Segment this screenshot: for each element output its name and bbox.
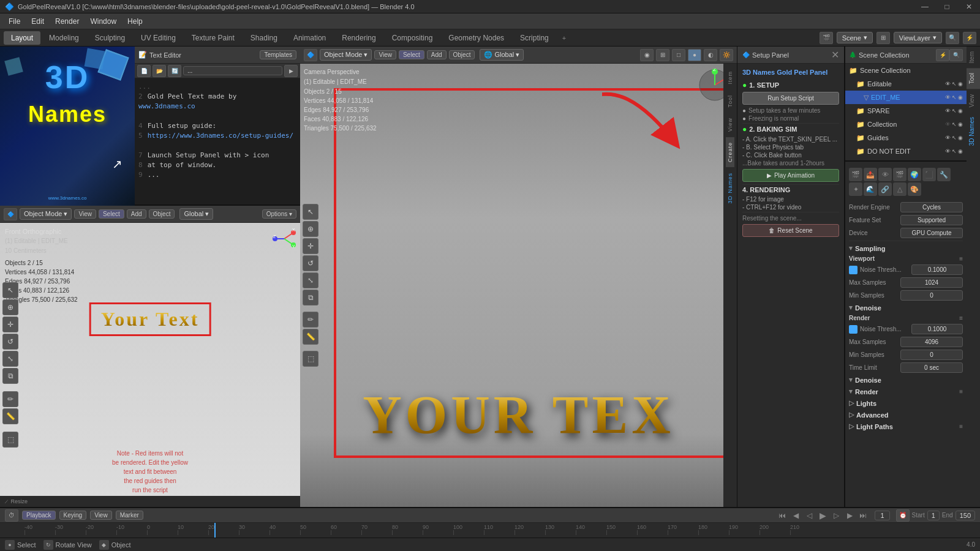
menu-render[interactable]: Render (50, 16, 84, 27)
menu-edit[interactable]: Edit (26, 16, 49, 27)
vp-select-tool[interactable]: ↖ (303, 204, 318, 220)
render-engine-value[interactable]: Cycles (900, 202, 963, 212)
templates-button[interactable]: Templates (260, 50, 296, 59)
guides-cursor-btn[interactable]: ↖ (952, 132, 957, 143)
do-not-edit-render-btn[interactable]: ◉ (958, 146, 963, 157)
vp-move-tool[interactable]: ✛ (303, 238, 318, 254)
props-tab-physics[interactable]: 🌊 (864, 182, 877, 196)
script-run-btn[interactable]: ▶ (284, 65, 298, 77)
tab-item[interactable]: Item (726, 66, 734, 89)
edit-me-cursor-btn[interactable]: ↖ (952, 92, 957, 103)
outer-tab-view-r[interactable]: View (967, 89, 980, 113)
cursor-tool-btn[interactable]: ⊕ (2, 299, 18, 315)
script-reload-btn[interactable]: 🔄 (168, 65, 181, 77)
viewport-gizmo-btn[interactable]: ⊞ (656, 49, 669, 61)
light-paths-menu-btn[interactable]: ≡ (959, 423, 963, 430)
render-noise-thresh-checkbox[interactable] (849, 325, 858, 334)
tab-scripting[interactable]: Scripting (513, 31, 556, 45)
left-transform-dropdown[interactable]: Global ▾ (179, 208, 213, 220)
scene-dropdown[interactable]: Scene ▾ (837, 32, 873, 43)
script-open-btn[interactable]: 📂 (153, 65, 166, 77)
frame-start-input[interactable]: 1 (927, 511, 940, 520)
viewport-sampling-menu-btn[interactable]: ≡ (959, 255, 963, 262)
reset-scene-btn[interactable]: 🗑 Reset Scene (742, 224, 839, 237)
viewport-select-btn[interactable]: Select (399, 50, 424, 59)
outliner-search-btn[interactable]: 🔍 (949, 49, 963, 61)
do-not-edit-eye-btn[interactable]: 👁 (945, 146, 951, 157)
collection-eye-btn[interactable]: 👁 (945, 119, 951, 130)
outliner-item-scene-collection[interactable]: 📁 Scene Collection (845, 64, 967, 77)
render-section-menu-btn[interactable]: ≡ (959, 388, 963, 395)
editable-eye-btn[interactable]: 👁 (945, 78, 951, 89)
annotate-btn[interactable]: ✏ (2, 391, 18, 407)
viewport-shading-solid[interactable]: ● (688, 49, 701, 61)
props-tab-render[interactable]: 🎬 (849, 168, 862, 181)
editable-cursor-btn[interactable]: ↖ (952, 78, 957, 89)
vp-measure-btn[interactable]: 📏 (303, 329, 318, 345)
viewport-shading-material[interactable]: ◐ (704, 49, 717, 61)
add-workspace-button[interactable]: + (557, 32, 571, 44)
minimize-button[interactable]: — (914, 0, 936, 13)
search-icon-top[interactable]: 🔍 (946, 32, 959, 44)
add-cube-btn[interactable]: ⬚ (2, 432, 18, 448)
props-tab-output[interactable]: 📤 (864, 168, 877, 181)
tab-view[interactable]: View (726, 113, 734, 137)
outliner-item-collection[interactable]: 📁 Collection 👁 ↖ ◉ (845, 118, 967, 131)
outer-tab-item[interactable]: Item (967, 47, 980, 68)
time-limit-value[interactable]: 0 sec (900, 362, 963, 373)
current-frame-input[interactable]: 1 (875, 511, 889, 520)
vp-cursor-tool[interactable]: ⊕ (303, 221, 318, 237)
tab-tool[interactable]: Tool (726, 90, 734, 113)
props-tab-scene[interactable]: 🎬 (893, 168, 907, 181)
tl-jump-end-btn[interactable]: ⏭ (858, 510, 869, 521)
viewlayer-icon[interactable]: ⊞ (876, 32, 890, 44)
vp-scale-tool[interactable]: ⤡ (303, 272, 318, 288)
tab-sculpting[interactable]: Sculpting (88, 31, 132, 45)
denoise-render-section[interactable]: ▾ Denoise (849, 374, 963, 386)
setup-panel-close-btn[interactable]: ✕ (831, 49, 839, 61)
outliner-item-edit-me[interactable]: ▽ EDIT_ME 👁 ↖ ◉ (845, 91, 967, 104)
tab-shading[interactable]: Shading (243, 31, 285, 45)
guides-eye-btn[interactable]: 👁 (945, 132, 951, 143)
viewport-shading-render[interactable]: 🔆 (720, 49, 733, 61)
viewport-max-samples-value[interactable]: 1024 (900, 277, 963, 288)
left-add-btn[interactable]: Add (127, 209, 146, 219)
edit-me-render-btn[interactable]: ◉ (958, 92, 963, 103)
advanced-section-header[interactable]: ▷ Advanced (849, 409, 963, 421)
left-3d-mode-icon[interactable]: 🔷 (4, 208, 17, 220)
render-min-samples-value[interactable]: 0 (900, 350, 963, 360)
viewport-min-samples-value[interactable]: 0 (900, 290, 963, 301)
outliner-item-spare[interactable]: 📁 SPARE 👁 ↖ ◉ (845, 104, 967, 118)
timeline-view-btn[interactable]: View (90, 511, 112, 520)
outliner-item-editable[interactable]: 📁 Editable 👁 ↖ ◉ (845, 77, 967, 91)
collection-render-btn[interactable]: ◉ (958, 119, 963, 130)
run-setup-script-btn[interactable]: Run Setup Script (742, 92, 839, 105)
left-object-mode-dropdown[interactable]: Object Mode ▾ (20, 208, 72, 220)
timeline-keying-btn[interactable]: Keying (59, 511, 87, 520)
denoise-viewport-section[interactable]: ▾ Denoise (849, 302, 963, 313)
vp-add-btn[interactable]: ⬚ (303, 351, 318, 367)
render-section-header[interactable]: ▾ Render ≡ (849, 386, 963, 397)
tl-prev-key-btn[interactable]: ◀ (790, 510, 801, 521)
viewport-view-btn[interactable]: View (374, 50, 396, 59)
viewport-object-mode[interactable]: Object Mode ▾ (320, 49, 372, 61)
outliner-item-guides[interactable]: 📁 Guides 👁 ↖ ◉ (845, 131, 967, 144)
move-tool-btn[interactable]: ✛ (2, 317, 18, 332)
tab-layout[interactable]: Layout (4, 31, 40, 45)
frame-end-input[interactable]: 150 (956, 511, 975, 520)
render-max-samples-value[interactable]: 4096 (900, 337, 963, 347)
script-new-btn[interactable]: 📄 (137, 65, 151, 77)
props-tab-object[interactable]: ⬛ (922, 168, 936, 181)
collection-cursor-btn[interactable]: ↖ (952, 119, 957, 130)
vp-rotate-tool[interactable]: ↺ (303, 255, 318, 271)
lights-section-header[interactable]: ▷ Lights (849, 397, 963, 409)
left-object-btn[interactable]: Object (149, 209, 175, 219)
spare-cursor-btn[interactable]: ↖ (952, 105, 957, 116)
select-tool-btn[interactable]: ↖ (2, 282, 18, 298)
menu-file[interactable]: File (4, 16, 25, 27)
edit-me-eye-btn[interactable]: 👁 (945, 92, 951, 103)
tl-play-btn[interactable]: ▶ (817, 510, 828, 521)
vp-annotate-btn[interactable]: ✏ (303, 312, 318, 328)
viewport-object-btn[interactable]: Object (449, 50, 475, 59)
viewport-noise-thresh-value[interactable]: 0.1000 (911, 264, 963, 275)
